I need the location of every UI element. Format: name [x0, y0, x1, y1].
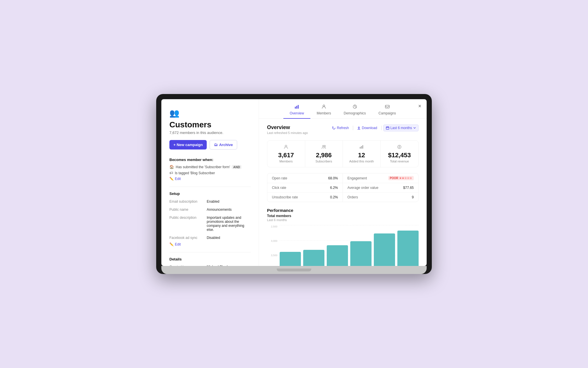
members-stat-label: Members [279, 160, 293, 163]
condition-1: 🏠 Has submitted the 'Subscriber form' AN… [169, 165, 251, 169]
metric-aov: Average order value $77.65 [343, 183, 418, 193]
metric-click-rate: Click rate 6.2% [267, 183, 343, 193]
setup-label: Setup [169, 191, 251, 196]
added-stat-icon [359, 145, 364, 150]
left-panel: 👥 Customers 7,672 members in this audien… [161, 99, 259, 266]
bar-apr [350, 241, 372, 266]
date-filter-button[interactable]: Last 6 months [383, 124, 419, 131]
laptop-base-inner [277, 269, 311, 271]
members-stat-value: 3,617 [278, 152, 294, 159]
svg-rect-12 [362, 145, 363, 149]
metrics-grid: Open rate 68.0% Engagement POOR ★★☆☆☆ Cl… [267, 173, 419, 202]
tabs-bar: Overview Members Demographics [259, 99, 427, 119]
subscribers-stat-icon [322, 145, 326, 150]
fb-sync-value: Disabled [207, 235, 251, 241]
bar-jun [397, 231, 419, 266]
overview-tab-icon [295, 104, 299, 110]
y-label-3: 3,500 [267, 254, 277, 257]
divider-2 [169, 252, 251, 252]
screen: 👥 Customers 7,672 members in this audien… [161, 99, 427, 266]
toolbar-sep-1 [353, 126, 353, 130]
laptop-base [161, 266, 427, 274]
public-name-value: Announcements [207, 207, 251, 212]
refresh-button[interactable]: Refresh [330, 125, 351, 131]
stars-icon: ★★☆☆☆ [399, 177, 412, 180]
tab-campaigns[interactable]: Campaigns [372, 102, 402, 119]
svg-point-3 [323, 105, 325, 107]
email-sub-value: Enabled [207, 199, 251, 204]
archive-button[interactable]: 🗂 Archive [210, 140, 237, 150]
download-button[interactable]: Download [355, 125, 379, 131]
audience-title: Customers [169, 120, 251, 129]
overview-header-left: Overview Last refreshed 5 minutes ago [267, 124, 308, 135]
audience-subtitle: 7,672 members in this audience. [169, 131, 251, 135]
metric-orders: Orders 9 [343, 193, 418, 202]
click-rate-value: 6.2% [330, 186, 338, 190]
right-panel: × Overview Members [259, 99, 427, 266]
gridline-1 [280, 225, 419, 225]
close-button[interactable]: × [416, 102, 424, 110]
setup-edit-link[interactable]: ✏️ Edit [169, 242, 251, 246]
download-icon [357, 126, 361, 130]
revenue-stat-label: Total revenue [390, 160, 409, 163]
performance-subtitle-label: Total members [267, 214, 419, 218]
overview-title: Overview [267, 124, 308, 131]
engagement-badge: POOR ★★☆☆☆ [388, 176, 414, 180]
overview-header: Overview Last refreshed 5 minutes ago Re… [267, 124, 419, 135]
created-by-label: Created by [169, 264, 207, 266]
panel-body: Overview Last refreshed 5 minutes ago Re… [259, 119, 427, 266]
svg-rect-1 [296, 106, 297, 109]
overview-subtitle: Last refreshed 5 minutes ago [267, 131, 308, 135]
bar-feb [303, 250, 324, 266]
stat-members: 3,617 Members [267, 141, 305, 167]
revenue-stat-icon [397, 145, 402, 150]
performance-section: Performance Total members Last 6 months … [267, 208, 419, 266]
tag-icon: 🏷 [169, 171, 173, 175]
new-campaign-button[interactable]: + New campaign [169, 140, 207, 150]
chevron-down-icon [413, 126, 416, 129]
laptop: 👥 Customers 7,672 members in this audien… [156, 94, 432, 274]
members-tab-icon [322, 104, 326, 110]
condition-2: 🏷 Is tagged 'Blog Subscriber [169, 171, 251, 175]
audience-icon: 👥 [169, 108, 251, 118]
performance-title: Performance [267, 208, 419, 213]
stat-added: 12 Added this month [343, 141, 381, 167]
members-stat-icon [284, 145, 288, 150]
click-rate-label: Click rate [272, 186, 286, 190]
chart-area: 5,000 3,500 3,000 2,500 [267, 225, 419, 266]
svg-rect-10 [360, 147, 361, 149]
svg-rect-6 [386, 127, 389, 129]
public-desc-label: Public description [169, 215, 207, 233]
demographics-tab-icon [353, 104, 357, 110]
bar-mar [327, 245, 348, 266]
email-sub-label: Email subscription [169, 199, 207, 204]
svg-rect-11 [361, 146, 362, 149]
conditions-edit-link[interactable]: ✏️ Edit [169, 177, 251, 181]
chart-bars [280, 225, 419, 266]
y-label-1: 2,500 [267, 225, 277, 228]
orders-value: 9 [412, 195, 414, 199]
tab-overview[interactable]: Overview [283, 102, 310, 119]
orders-label: Orders [347, 195, 358, 199]
open-rate-value: 68.0% [328, 176, 338, 180]
stat-subscribers: 2,986 Subscribers [305, 141, 343, 167]
metric-unsub-rate: Unsubscribe rate 0.2% [267, 193, 343, 202]
refresh-icon [332, 126, 336, 130]
stat-revenue: $12,453 Total revenue [381, 141, 419, 167]
added-stat-label: Added this month [349, 160, 374, 163]
details-label: Details [169, 257, 251, 261]
home-icon: 🏠 [169, 165, 174, 169]
action-buttons: + New campaign 🗂 Archive [169, 140, 251, 150]
y-label-2: 3,000 [267, 239, 277, 242]
campaigns-tab-icon [385, 104, 390, 110]
bar-jan [280, 252, 301, 266]
chart-y-labels: 5,000 3,500 3,000 2,500 [267, 225, 277, 266]
condition-1-text: Has submitted the 'Subscriber form' [176, 165, 230, 169]
edit-icon: ✏️ [169, 177, 174, 181]
tab-demographics[interactable]: Demographics [337, 102, 372, 119]
tab-members[interactable]: Members [310, 102, 337, 119]
stats-row: 3,617 Members 2,986 Subscribers [267, 140, 419, 167]
metric-engagement: Engagement POOR ★★☆☆☆ [343, 173, 418, 183]
toolbar-sep-2 [381, 126, 382, 130]
setup-grid: Email subscription Enabled Public name A… [169, 199, 251, 241]
